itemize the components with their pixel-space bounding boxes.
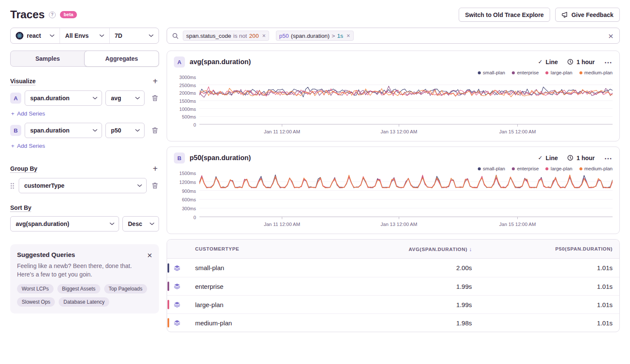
interval-selector[interactable]: 1 hour xyxy=(567,155,595,161)
interval-selector[interactable]: 1 hour xyxy=(567,59,595,65)
chart-panel-b: B p50(span.duration) ✓ Line 1 hour … xyxy=(167,147,620,234)
project-selector[interactable]: react xyxy=(11,28,60,43)
legend-dot xyxy=(512,167,515,170)
delete-series-b-icon[interactable] xyxy=(151,126,159,135)
group-by-heading: Group By xyxy=(10,165,37,172)
table-row[interactable]: small-plan2.00s1.01s xyxy=(167,259,619,277)
chevron-down-icon xyxy=(99,34,104,37)
chart-legend: small-planenterpriselarge-planmedium-pla… xyxy=(174,70,613,75)
search-filter-chip[interactable]: p50(span.duration)>1s× xyxy=(276,31,354,41)
x-tick-label: Jan 15 12:00 AM xyxy=(499,129,536,134)
add-group-by-icon[interactable]: + xyxy=(151,164,159,173)
chart-type-selector[interactable]: ✓ Line xyxy=(538,59,558,65)
column-header-p50[interactable]: P50(SPAN.DURATION) xyxy=(472,246,619,251)
chart-menu-icon[interactable]: … xyxy=(604,154,613,161)
series-badge-a: A xyxy=(10,93,21,104)
legend-dot xyxy=(579,167,582,170)
series-b-field-select[interactable]: span.duration xyxy=(25,123,102,138)
sort-direction-select[interactable]: Desc xyxy=(122,216,159,231)
result-mode-tabs: Samples Aggregates xyxy=(10,51,159,67)
search-filter-chip[interactable]: span.status_codeis not200× xyxy=(183,31,269,41)
add-series-link-a[interactable]: + Add Series xyxy=(11,110,45,117)
series-a-field-select[interactable]: span.duration xyxy=(25,90,102,106)
chevron-down-icon xyxy=(150,223,154,225)
legend-item[interactable]: enterprise xyxy=(512,166,539,171)
remove-filter-icon[interactable]: × xyxy=(261,32,266,39)
y-tick-label: 1000ms xyxy=(179,107,196,112)
tab-samples[interactable]: Samples xyxy=(11,51,85,66)
legend-item[interactable]: small-plan xyxy=(478,166,505,171)
delete-group-by-icon[interactable] xyxy=(151,181,159,190)
legend-item[interactable]: enterprise xyxy=(512,70,539,75)
date-range-selector[interactable]: 7D xyxy=(109,28,159,43)
series-b-aggregate-select[interactable]: p50 xyxy=(105,123,145,138)
table-row[interactable]: large-plan1.99s1.01s xyxy=(167,295,619,313)
clock-icon xyxy=(567,59,573,65)
suggested-query-list: Worst LCPsBiggest AssetsTop PageloadsSlo… xyxy=(17,284,152,307)
legend-item[interactable]: medium-plan xyxy=(579,70,613,75)
y-tick-label: 3000ms xyxy=(179,75,196,80)
series-a-aggregate-select[interactable]: avg xyxy=(105,90,145,106)
sort-field-select[interactable]: avg(span.duration) xyxy=(10,216,119,231)
suggested-query-chip[interactable]: Top Pageloads xyxy=(104,284,147,293)
visualize-row-a: A span.duration avg xyxy=(10,90,159,106)
line-chart[interactable] xyxy=(199,173,613,220)
avg-duration-value: 1.98s xyxy=(332,319,472,327)
legend-dot xyxy=(579,71,582,74)
chevron-down-icon xyxy=(110,223,114,225)
environment-selector[interactable]: All Envs xyxy=(60,28,109,43)
search-bar[interactable]: span.status_codeis not200×p50(span.durat… xyxy=(167,28,620,44)
add-visualize-icon[interactable]: + xyxy=(151,77,159,85)
p50-duration-value: 1.01s xyxy=(472,264,619,271)
sort-by-heading: Sort By xyxy=(10,204,31,211)
x-tick-label: Jan 13 12:00 AM xyxy=(380,222,417,227)
switch-old-explore-button[interactable]: Switch to Old Trace Explore xyxy=(459,8,550,22)
x-axis-labels: Jan 11 12:00 AMJan 13 12:00 AMJan 15 12:… xyxy=(199,222,613,229)
y-tick-label: 300ms xyxy=(182,206,196,211)
y-axis-labels: 1500ms1200ms900ms600ms300ms0 xyxy=(174,173,199,220)
drag-handle-icon[interactable] xyxy=(10,183,14,189)
line-chart[interactable] xyxy=(199,77,613,127)
suggested-queries-title: Suggested Queries xyxy=(17,251,75,258)
chart-title-b: p50(span.duration) xyxy=(190,154,534,162)
p50-duration-value: 1.01s xyxy=(472,283,619,290)
help-icon[interactable]: ? xyxy=(49,11,56,18)
chart-type-selector[interactable]: ✓ Line xyxy=(538,155,558,161)
suggested-query-chip[interactable]: Biggest Assets xyxy=(57,284,100,293)
series-color-bar xyxy=(167,300,169,309)
table-row[interactable]: enterprise1.99s1.01s xyxy=(167,277,619,295)
layers-icon xyxy=(174,283,180,290)
delete-series-a-icon[interactable] xyxy=(151,94,159,102)
layers-icon xyxy=(174,302,180,308)
suggested-query-chip[interactable]: Database Latency xyxy=(59,297,109,307)
add-series-link-b[interactable]: + Add Series xyxy=(11,143,45,149)
legend-item[interactable]: small-plan xyxy=(478,70,505,75)
group-by-select[interactable]: customerType xyxy=(19,178,147,193)
give-feedback-button[interactable]: Give Feedback xyxy=(555,8,620,22)
top-bar: Traces ? beta Switch to Old Trace Explor… xyxy=(0,0,630,28)
column-header-avg[interactable]: AVG(SPAN.DURATION)↓ xyxy=(332,246,472,252)
x-tick-label: Jan 11 12:00 AM xyxy=(264,222,300,227)
column-header-customertype[interactable]: CUSTOMERTYPE xyxy=(167,246,332,251)
p50-duration-value: 1.01s xyxy=(472,319,619,327)
chart-badge-a: A xyxy=(174,56,185,68)
chevron-down-icon xyxy=(137,184,142,187)
group-name: small-plan xyxy=(195,264,224,271)
sort-by-row: avg(span.duration) Desc xyxy=(10,216,159,231)
close-icon[interactable]: × xyxy=(147,251,152,260)
legend-item[interactable]: medium-plan xyxy=(579,166,613,171)
legend-dot xyxy=(478,167,481,170)
chart-menu-icon[interactable]: … xyxy=(604,58,613,65)
legend-item[interactable]: large-plan xyxy=(545,166,572,171)
table-row[interactable]: medium-plan1.98s1.01s xyxy=(167,313,619,332)
tab-aggregates[interactable]: Aggregates xyxy=(84,51,159,67)
suggested-query-chip[interactable]: Slowest Ops xyxy=(17,297,55,307)
chevron-down-icon xyxy=(93,129,97,132)
legend-dot xyxy=(545,167,548,170)
suggested-query-chip[interactable]: Worst LCPs xyxy=(17,284,54,293)
clear-search-icon[interactable]: × xyxy=(607,31,614,40)
remove-filter-icon[interactable]: × xyxy=(345,32,350,39)
x-tick-label: Jan 13 12:00 AM xyxy=(380,129,417,134)
legend-item[interactable]: large-plan xyxy=(545,70,572,75)
layers-icon xyxy=(174,320,180,326)
